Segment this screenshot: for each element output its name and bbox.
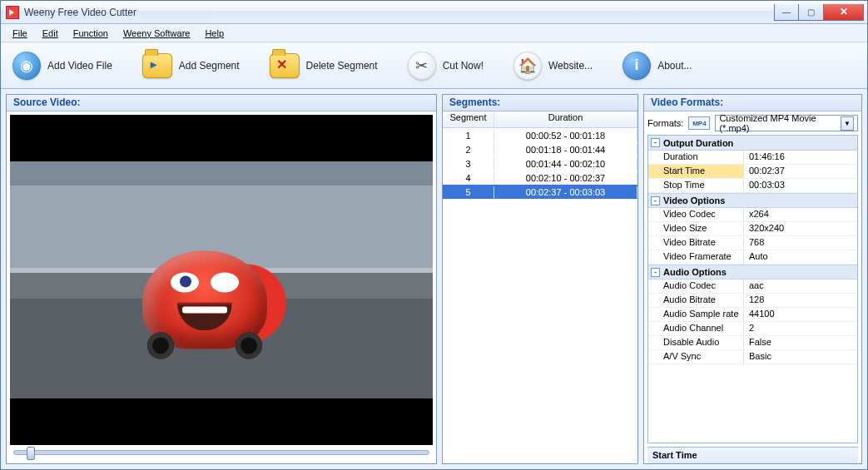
property-value[interactable]: 128 [744, 294, 857, 307]
app-icon [6, 6, 19, 19]
menu-help[interactable]: Help [198, 27, 231, 40]
seek-thumb[interactable] [27, 447, 35, 460]
info-icon: i [622, 52, 651, 80]
source-video-panel: Source Video: [6, 94, 437, 464]
delete-segment-label: Delete Segment [306, 60, 378, 72]
property-value[interactable]: 320x240 [744, 222, 857, 235]
property-section-title: Video Options [663, 195, 725, 205]
menubar: File Edit Function Weeny Software Help [1, 24, 867, 42]
property-section-title: Output Duration [663, 138, 733, 148]
property-row[interactable]: Video Size320x240 [648, 222, 857, 236]
maximize-button[interactable]: ▢ [799, 4, 824, 21]
property-row[interactable]: A/V SyncBasic [648, 350, 857, 364]
property-row[interactable]: Audio Sample rate44100 [648, 308, 857, 322]
main-area: Source Video: [1, 89, 867, 469]
property-row[interactable]: Disable AudioFalse [648, 336, 857, 350]
property-key: Audio Codec [648, 280, 744, 293]
property-row[interactable]: Video FramerateAuto [648, 250, 857, 265]
property-row[interactable]: Video Bitrate768 [648, 236, 857, 250]
property-value[interactable]: aac [744, 280, 857, 293]
video-formats-panel: Video Formats: Formats: MP4 Customized M… [643, 94, 862, 464]
segment-duration: 00:01:18 - 00:01:44 [494, 144, 637, 156]
folder-delete-icon [270, 53, 300, 78]
chevron-down-icon[interactable]: ▼ [841, 116, 854, 131]
property-row[interactable]: Stop Time00:03:03 [648, 179, 857, 193]
car-mouth [177, 302, 232, 330]
property-section-header[interactable]: -Audio Options [648, 265, 857, 280]
menu-function[interactable]: Function [67, 27, 115, 40]
segment-number: 3 [443, 158, 494, 170]
property-value[interactable]: 768 [744, 236, 857, 250]
property-key: A/V Sync [648, 350, 744, 364]
property-row[interactable]: Audio Bitrate128 [648, 294, 857, 308]
add-video-file-label: Add Video File [47, 60, 112, 72]
close-button[interactable]: ✕ [824, 4, 864, 21]
video-frame-image [10, 161, 433, 399]
cut-now-button[interactable]: ✂ Cut Now! [408, 52, 484, 80]
property-row[interactable]: Start Time00:02:37 [648, 165, 857, 179]
home-icon: 🏠 [513, 52, 542, 80]
segment-number: 5 [443, 186, 494, 198]
car-eye-left [180, 275, 191, 287]
segment-row[interactable]: 200:01:18 - 00:01:44 [443, 142, 637, 156]
property-value[interactable]: 00:02:37 [744, 165, 857, 178]
segment-row[interactable]: 500:02:37 - 00:03:03 [443, 185, 637, 199]
property-value[interactable]: 00:03:03 [744, 179, 857, 192]
property-row[interactable]: Video Codecx264 [648, 208, 857, 222]
format-dropdown[interactable]: Customized MP4 Movie (*.mp4) ▼ [715, 115, 858, 131]
segments-header-duration[interactable]: Duration [494, 111, 637, 127]
delete-segment-button[interactable]: Delete Segment [270, 53, 378, 78]
segment-row[interactable]: 100:00:52 - 00:01:18 [443, 128, 637, 142]
segment-row[interactable]: 300:01:44 - 00:02:10 [443, 156, 637, 171]
window-buttons: — ▢ ✕ [774, 4, 864, 21]
car-wheel-right [236, 332, 262, 359]
property-row[interactable]: Audio Codecaac [648, 280, 857, 294]
cut-now-label: Cut Now! [443, 60, 484, 72]
collapse-icon[interactable]: - [651, 138, 660, 147]
segment-number: 4 [443, 172, 494, 184]
menu-edit[interactable]: Edit [36, 27, 65, 40]
seek-slider-row [10, 445, 433, 460]
property-row[interactable]: Audio Channel2 [648, 322, 857, 336]
segment-row[interactable]: 400:02:10 - 00:02:37 [443, 171, 637, 185]
segment-number: 1 [443, 130, 494, 141]
property-value[interactable]: 44100 [744, 308, 857, 321]
format-badge: MP4 [688, 116, 710, 130]
property-section-header[interactable]: -Output Duration [648, 136, 857, 151]
about-button[interactable]: i About... [622, 52, 692, 80]
segment-duration: 00:01:44 - 00:02:10 [494, 158, 637, 170]
add-video-file-button[interactable]: ◉ Add Video File [12, 52, 112, 80]
add-segment-button[interactable]: Add Segment [142, 53, 240, 78]
collapse-icon[interactable]: - [651, 268, 660, 277]
add-segment-label: Add Segment [179, 60, 240, 72]
property-key: Video Codec [648, 208, 744, 221]
minimize-button[interactable]: — [774, 4, 799, 21]
property-value[interactable]: 01:46:16 [744, 151, 857, 164]
seek-slider[interactable] [13, 450, 429, 455]
video-preview[interactable] [10, 115, 433, 445]
source-video-title: Source Video: [7, 95, 436, 111]
website-label: Website... [548, 60, 593, 72]
property-key: Video Size [648, 222, 744, 235]
property-row[interactable]: Duration01:46:16 [648, 151, 857, 165]
website-button[interactable]: 🏠 Website... [513, 52, 593, 80]
property-value[interactable]: Basic [744, 350, 857, 364]
segment-number: 2 [443, 144, 494, 156]
video-formats-title: Video Formats: [644, 95, 861, 111]
segments-header-segment[interactable]: Segment [443, 111, 494, 127]
window-title: Weeny Free Video Cutter [24, 7, 774, 18]
property-value[interactable]: x264 [744, 208, 857, 221]
property-section-header[interactable]: -Video Options [648, 193, 857, 208]
property-key: Disable Audio [648, 336, 744, 349]
menu-weeny-software[interactable]: Weeny Software [117, 27, 197, 40]
property-key: Stop Time [648, 179, 744, 192]
collapse-icon[interactable]: - [651, 196, 660, 205]
format-dropdown-value: Customized MP4 Movie (*.mp4) [719, 113, 841, 133]
about-label: About... [657, 60, 692, 72]
property-value[interactable]: 2 [744, 322, 857, 335]
property-value[interactable]: False [744, 336, 857, 349]
property-value[interactable]: Auto [744, 250, 857, 264]
menu-file[interactable]: File [6, 27, 34, 40]
formats-selector-row: Formats: MP4 Customized MP4 Movie (*.mp4… [647, 115, 858, 131]
video-wrapper [7, 111, 436, 463]
